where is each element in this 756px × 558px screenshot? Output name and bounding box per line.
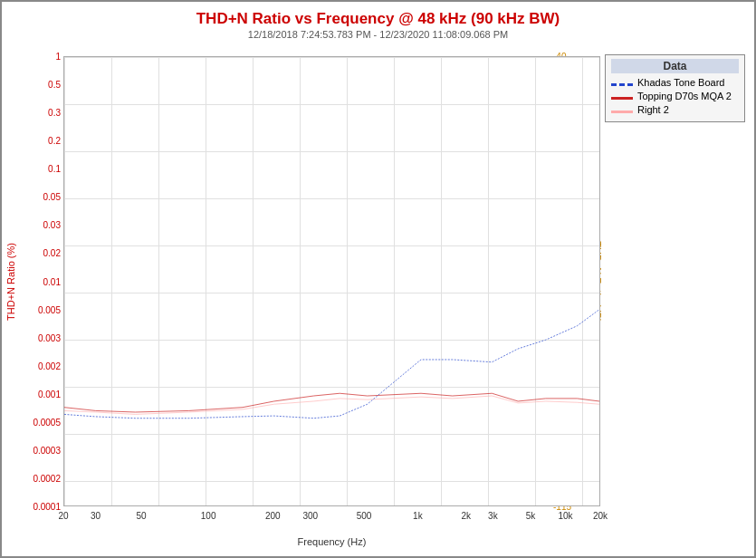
y-tick-left-1: 0.5 [48, 80, 61, 90]
legend-color-topping [611, 97, 633, 100]
x-tick-3: 100 [201, 511, 216, 521]
legend-color-khadas [611, 83, 633, 86]
y-tick-left-4: 0.1 [48, 164, 61, 174]
x-tick-12: 20k [593, 511, 608, 521]
x-tick-4: 200 [265, 511, 281, 521]
chart-title: THD+N Ratio vs Frequency @ 48 kHz (90 kH… [2, 2, 754, 29]
y-tick-left-16: 0.0001 [33, 502, 61, 512]
legend-item-topping: Topping D70s MQA 2 [611, 91, 739, 101]
x-tick-11: 10k [558, 511, 572, 521]
legend-label-topping: Topping D70s MQA 2 [637, 91, 732, 101]
legend-box: Data Khadas Tone Board Topping D70s MQA … [605, 54, 745, 122]
y-tick-left-6: 0.03 [43, 220, 61, 230]
x-tick-10: 5k [526, 511, 536, 521]
chart-plot-area [63, 56, 600, 506]
y-tick-left-8: 0.01 [43, 276, 61, 286]
x-ticks: 2030501002003005001k2k3k5k10k20k [63, 511, 600, 527]
x-tick-8: 2k [461, 511, 471, 521]
y-tick-left-14: 0.0003 [33, 445, 61, 455]
x-axis-label: Frequency (Hz) [63, 536, 600, 547]
y-tick-left-13: 0.0005 [33, 417, 61, 427]
y-tick-left-12: 0.001 [38, 389, 61, 399]
legend-item-right2: Right 2 [611, 104, 739, 115]
x-tick-7: 1k [413, 511, 423, 521]
x-tick-5: 300 [302, 511, 318, 521]
y-tick-left-5: 0.05 [43, 192, 61, 202]
chart-svg [64, 57, 599, 505]
y-tick-left-3: 0.2 [48, 136, 61, 146]
x-tick-6: 500 [357, 511, 372, 521]
x-tick-2: 50 [136, 511, 146, 521]
y-tick-left-9: 0.005 [38, 304, 61, 314]
y-tick-left-0: 1 [55, 52, 61, 62]
legend-label-khadas: Khadas Tone Board [637, 77, 724, 88]
chart-subtitle: 12/18/2018 7:24:53.783 PM - 12/23/2020 1… [2, 29, 754, 40]
y-tick-left-7: 0.02 [43, 248, 61, 258]
y-ticks-left: 10.50.30.20.10.050.030.020.010.0050.0030… [11, 56, 61, 506]
legend-item-khadas: Khadas Tone Board [611, 77, 739, 88]
y-tick-left-10: 0.003 [38, 332, 61, 342]
x-tick-0: 20 [58, 511, 68, 521]
x-tick-9: 3k [488, 511, 498, 521]
y-tick-left-2: 0.3 [48, 108, 61, 118]
y-tick-left-15: 0.0002 [33, 473, 61, 483]
chart-container: THD+N Ratio vs Frequency @ 48 kHz (90 kH… [0, 0, 756, 558]
legend-title: Data [611, 59, 739, 73]
y-tick-left-11: 0.002 [38, 361, 61, 370]
legend-label-right2: Right 2 [637, 104, 669, 115]
legend-color-right2 [611, 111, 633, 113]
x-tick-1: 30 [91, 511, 100, 521]
